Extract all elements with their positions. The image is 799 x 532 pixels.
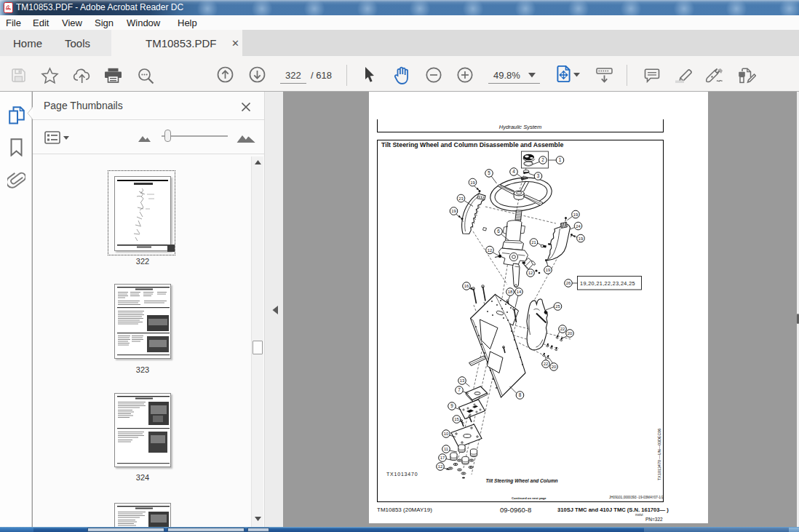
svg-text:1: 1 [559, 157, 562, 162]
svg-text:11: 11 [444, 447, 448, 451]
svg-text:7: 7 [458, 387, 461, 392]
svg-text:5: 5 [488, 170, 490, 175]
svg-text:8: 8 [519, 392, 522, 397]
svg-text:19: 19 [546, 268, 550, 272]
svg-text:22: 22 [544, 362, 548, 366]
svg-text:26: 26 [566, 281, 571, 285]
svg-text:19: 19 [451, 209, 456, 213]
svg-text:25: 25 [555, 304, 560, 309]
svg-text:20: 20 [552, 365, 556, 369]
svg-text:16: 16 [464, 284, 469, 288]
svg-text:14: 14 [517, 290, 522, 294]
svg-text:18: 18 [508, 290, 512, 294]
svg-text:12: 12 [438, 464, 442, 469]
svg-text:13: 13 [460, 378, 464, 383]
svg-text:15: 15 [454, 417, 458, 421]
svg-text:22: 22 [560, 327, 565, 331]
svg-text:21: 21 [531, 240, 536, 245]
svg-text:6: 6 [497, 229, 500, 234]
svg-text:19: 19 [470, 180, 474, 185]
svg-text:20: 20 [568, 331, 572, 336]
svg-text:19: 19 [579, 237, 583, 241]
svg-text:12: 12 [528, 271, 533, 275]
svg-text:19: 19 [573, 213, 578, 217]
svg-text:17: 17 [440, 456, 445, 460]
svg-text:9: 9 [450, 403, 453, 408]
svg-text:10: 10 [444, 432, 448, 436]
svg-text:4: 4 [512, 169, 515, 174]
svg-text:19,20,21,22,23,24,25: 19,20,21,22,23,24,25 [580, 280, 635, 287]
svg-text:2: 2 [541, 157, 544, 162]
svg-text:23: 23 [458, 196, 463, 201]
svg-text:24: 24 [576, 224, 581, 229]
svg-text:3: 3 [537, 173, 540, 178]
svg-text:12: 12 [488, 248, 492, 253]
